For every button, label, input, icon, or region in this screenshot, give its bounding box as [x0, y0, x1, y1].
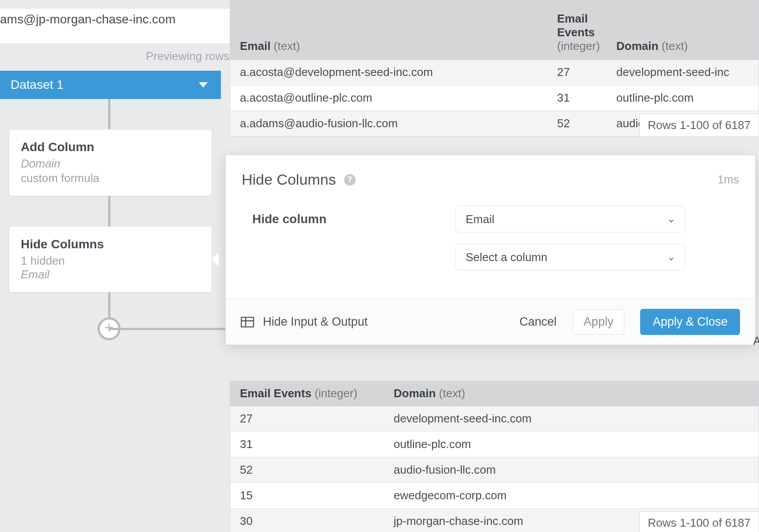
hide-column-select-2[interactable]: Select a column ⌄	[455, 244, 685, 270]
truncated-char: A	[753, 334, 759, 348]
table-header: Email Events (integer) Domain (text)	[230, 381, 759, 406]
step-title: Add Column	[21, 140, 200, 154]
col-header-email[interactable]: Email (text)	[230, 39, 557, 53]
footer-actions: Cancel Apply Apply & Close	[520, 309, 740, 335]
col-header-events[interactable]: Email Events (integer)	[230, 387, 394, 400]
svg-rect-0	[241, 317, 254, 327]
connector	[108, 196, 110, 226]
truncated-email: ams@jp-morgan-chase-inc.com	[0, 12, 175, 26]
step-sub-formula: custom formula	[21, 171, 200, 185]
panel-body: Hide column Email ⌄ Select a column ⌄	[226, 197, 755, 299]
step-hide-columns[interactable]: Hide Columns 1 hidden Email	[9, 226, 212, 293]
col-header-domain[interactable]: Domain (text)	[616, 39, 759, 53]
connector	[108, 293, 110, 317]
col-header-domain[interactable]: Domain (text)	[394, 387, 759, 400]
row-count: Rows 1-100 of 6187	[639, 114, 759, 137]
input-preview-table: Email (text) Email Events (integer) Doma…	[230, 0, 759, 137]
pipeline: Dataset 1 Add Column Domain custom formu…	[0, 71, 221, 330]
table-row[interactable]: 27 development-seed-inc.com	[230, 406, 759, 432]
step-title: Hide Columns	[21, 237, 200, 251]
selects-group: Email ⌄ Select a column ⌄	[455, 206, 729, 270]
step-sub-col: Email	[21, 268, 200, 281]
select-placeholder: Select a column	[466, 251, 547, 264]
panel-time: 1ms	[717, 173, 739, 186]
table-header: Email (text) Email Events (integer) Doma…	[230, 0, 759, 60]
panel-title: Hide Columns	[242, 171, 336, 188]
panel-footer: Hide Input & Output Cancel Apply Apply &…	[226, 299, 755, 345]
table-row[interactable]: a.acosta@development-seed-inc.com 27 dev…	[230, 60, 759, 85]
apply-close-button[interactable]: Apply & Close	[640, 309, 740, 335]
row-count: Rows 1-100 of 6187	[639, 511, 759, 532]
col-header-events[interactable]: Email Events (integer)	[557, 12, 616, 53]
dataset-node[interactable]: Dataset 1	[0, 71, 221, 99]
table-row[interactable]: 52 audio-fusion-llc.com	[230, 457, 759, 483]
chevron-down-icon	[199, 82, 208, 87]
panel-title-wrap: Hide Columns ?	[242, 171, 356, 188]
table-row[interactable]: a.acosta@outline-plc.com 31 outline-plc.…	[230, 85, 759, 111]
hide-column-select-1[interactable]: Email ⌄	[455, 206, 685, 232]
previewing-label: Previewing rows	[146, 49, 229, 63]
cancel-button[interactable]: Cancel	[520, 315, 557, 329]
chevron-down-icon: ⌄	[667, 213, 675, 225]
dataset-label: Dataset 1	[11, 78, 64, 92]
help-icon[interactable]: ?	[344, 174, 356, 186]
chevron-down-icon: ⌄	[667, 251, 675, 263]
step-add-column[interactable]: Add Column Domain custom formula	[9, 129, 212, 196]
hide-columns-panel: Hide Columns ? 1ms Hide column Email ⌄ S…	[225, 155, 755, 345]
connector	[108, 99, 110, 129]
step-sub-domain: Domain	[21, 157, 200, 171]
step-sub-count: 1 hidden	[21, 254, 200, 268]
hide-io-toggle[interactable]: Hide Input & Output	[241, 315, 368, 329]
select-value: Email	[466, 213, 494, 226]
form-label: Hide column	[252, 206, 420, 226]
table-row[interactable]: 15 ewedgecom-corp.com	[230, 483, 759, 509]
output-preview-table: Email Events (integer) Domain (text) 27 …	[230, 381, 759, 532]
table-icon	[241, 317, 254, 327]
table-row[interactable]: 31 outline-plc.com	[230, 432, 759, 457]
hide-io-label: Hide Input & Output	[263, 315, 368, 329]
apply-button[interactable]: Apply	[573, 309, 625, 334]
panel-header: Hide Columns ? 1ms	[226, 155, 755, 197]
form-row: Hide column Email ⌄ Select a column ⌄	[252, 206, 729, 270]
